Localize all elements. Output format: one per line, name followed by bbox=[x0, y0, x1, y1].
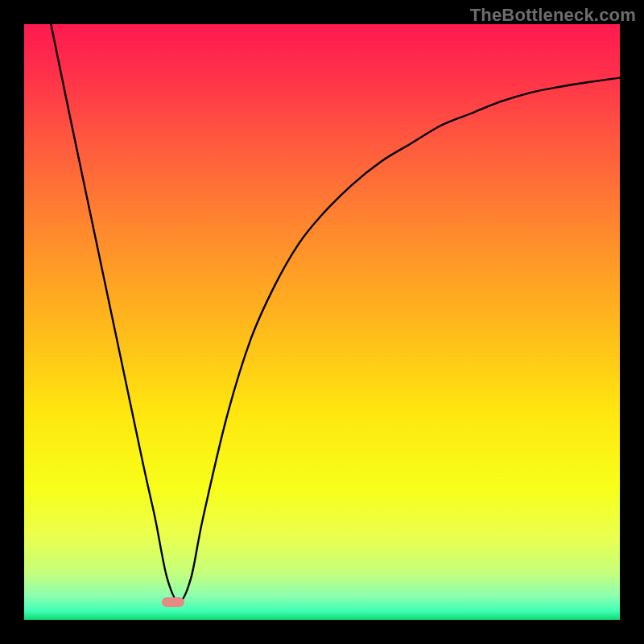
plot-area bbox=[24, 24, 620, 620]
chart-container: TheBottleneck.com bbox=[0, 0, 644, 644]
watermark-text: TheBottleneck.com bbox=[470, 5, 636, 26]
optimal-point-marker bbox=[162, 597, 184, 607]
bottleneck-curve bbox=[51, 24, 620, 602]
curve-layer bbox=[24, 24, 620, 620]
